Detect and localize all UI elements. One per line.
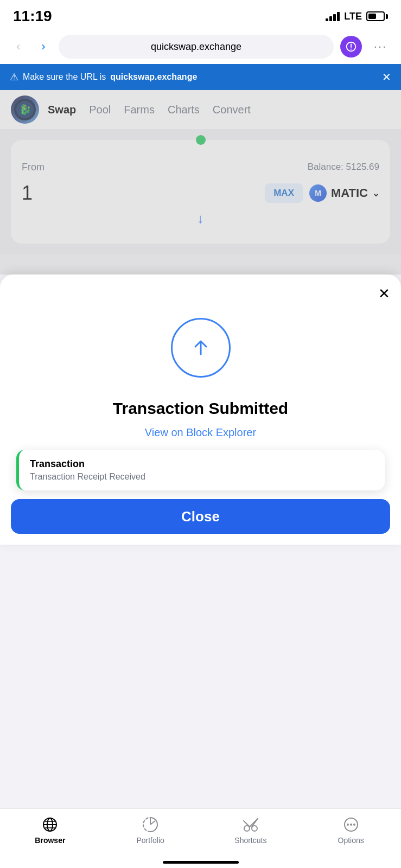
warning-message: ⚠ Make sure the URL is quickswap.exchang… <box>10 71 197 83</box>
nav-portfolio-label: Portfolio <box>136 836 164 845</box>
submit-arrow-icon <box>188 335 214 361</box>
wallet-icon-button[interactable] <box>339 35 363 59</box>
warning-close-button[interactable]: ✕ <box>382 71 391 84</box>
portfolio-icon <box>142 816 158 833</box>
svg-point-18 <box>353 824 355 826</box>
nav-browser-label: Browser <box>35 836 65 845</box>
nav-browser[interactable]: Browser <box>28 816 72 845</box>
close-button[interactable]: Close <box>11 499 390 534</box>
modal-close-button[interactable]: ✕ <box>378 285 390 302</box>
background-dimmer <box>0 90 401 275</box>
more-dots-icon: ··· <box>374 40 387 54</box>
forward-button[interactable]: › <box>34 37 53 56</box>
warning-domain: quickswap.exchange <box>110 72 197 82</box>
options-icon <box>343 816 359 833</box>
status-bar: 11:19 LTE <box>0 0 401 29</box>
svg-line-9 <box>150 821 155 825</box>
nav-options-label: Options <box>338 836 364 845</box>
nav-shortcuts[interactable]: Shortcuts <box>229 816 272 845</box>
warning-text-prefix: Make sure the URL is <box>23 72 106 82</box>
toast-notification: Transaction Transaction Receipt Received <box>16 450 385 490</box>
nav-options[interactable]: Options <box>329 816 373 845</box>
globe-icon <box>42 816 58 833</box>
bottom-nav: Browser Portfolio Shortcuts Options <box>0 808 401 868</box>
more-options-button[interactable]: ··· <box>368 35 392 59</box>
toast-title: Transaction <box>30 458 374 470</box>
quickswap-page: 🐉 Swap Pool Farms Charts Convert From Ba… <box>0 90 401 275</box>
warning-triangle-icon: ⚠ <box>10 71 18 83</box>
svg-point-17 <box>350 824 352 826</box>
warning-bar: ⚠ Make sure the URL is quickswap.exchang… <box>0 64 401 90</box>
back-button[interactable]: ‹ <box>9 37 28 56</box>
nav-portfolio[interactable]: Portfolio <box>129 816 172 845</box>
signal-bars-icon <box>326 11 340 21</box>
battery-icon <box>366 11 388 21</box>
toast-subtitle: Transaction Receipt Received <box>30 472 374 482</box>
browser-toolbar: ‹ › quickswap.exchange ··· <box>0 29 401 64</box>
modal-title: Transaction Submitted <box>11 399 390 418</box>
scissors-icon <box>243 816 259 833</box>
toast-content: Transaction Transaction Receipt Received <box>30 458 374 482</box>
lte-label: LTE <box>344 11 362 22</box>
transaction-modal: ✕ Transaction Submitted View on Block Ex… <box>0 275 401 545</box>
nav-shortcuts-label: Shortcuts <box>234 836 266 845</box>
status-icons: LTE <box>326 11 388 22</box>
wallet-icon <box>340 36 362 58</box>
submit-icon-circle <box>171 318 231 378</box>
url-text: quickswap.exchange <box>151 41 241 53</box>
svg-point-16 <box>347 824 349 826</box>
status-time: 11:19 <box>13 8 52 25</box>
home-indicator <box>163 861 239 864</box>
view-explorer-link[interactable]: View on Block Explorer <box>11 426 390 439</box>
url-bar[interactable]: quickswap.exchange <box>59 35 334 59</box>
